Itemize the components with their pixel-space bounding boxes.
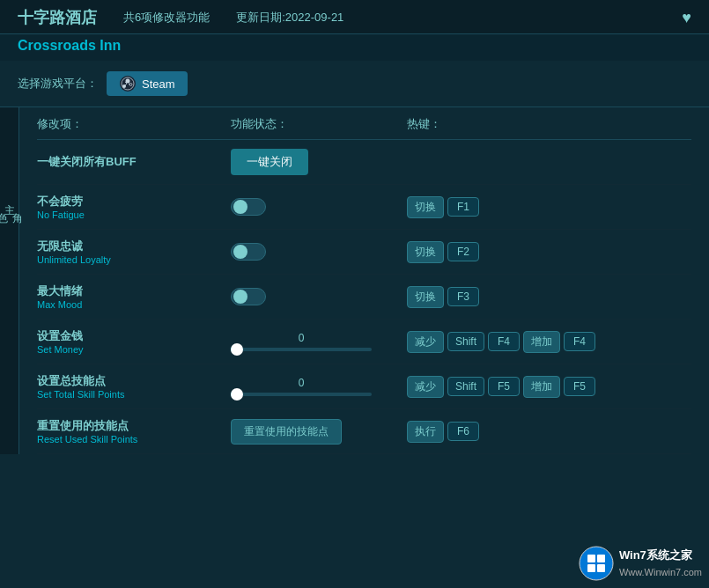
content-area: 修改项： 功能状态： 热键： 一键关闭所有BUFF 一键关闭 不会疲劳 No F…: [19, 107, 709, 454]
hotkey-toggle-btn[interactable]: 切换: [407, 241, 444, 263]
steam-button[interactable]: Steam: [107, 71, 188, 96]
col-hotkey-header: 热键：: [407, 116, 691, 132]
subheader: Crossroads Inn: [0, 34, 709, 61]
hotkey-key-btn[interactable]: F1: [447, 197, 479, 217]
hotkey-toggle-btn[interactable]: 切换: [407, 286, 444, 308]
svg-point-3: [122, 85, 126, 88]
sidebar-label: 主: [2, 195, 17, 197]
mod-name-en: Set Money: [37, 344, 231, 355]
slider-container: 0: [231, 332, 372, 351]
slider-track[interactable]: [231, 393, 372, 396]
hotkey-f-inc-btn[interactable]: F5: [564, 377, 595, 396]
hotkey-exec-btn[interactable]: 执行: [407, 421, 444, 443]
mod-name-en: Unlimited Loyalty: [37, 254, 231, 265]
hotkey-f-dec-btn[interactable]: F5: [488, 377, 520, 396]
mod-name-en: Set Total Skill Points: [37, 389, 231, 400]
hotkey-dec-btn[interactable]: 减少: [407, 331, 444, 353]
watermark-url: Www.Winwin7.com: [619, 567, 702, 577]
hotkey-f-btn[interactable]: F6: [447, 422, 479, 441]
game-title-en: Crossroads Inn: [18, 38, 121, 53]
mod-row: 重置使用的技能点 Reset Used Skill Points 重置使用的技能…: [37, 409, 691, 454]
mod-name-cn: 无限忠诚: [37, 239, 231, 254]
toggle-knob: [233, 290, 247, 304]
sidebar: 主 角色: [0, 107, 19, 454]
hotkey-shift-btn[interactable]: Shift: [447, 377, 484, 396]
hotkey-inc-btn[interactable]: 增加: [523, 376, 560, 398]
svg-point-5: [580, 547, 613, 580]
column-headers: 修改项： 功能状态： 热键：: [37, 107, 691, 140]
slider-track[interactable]: [231, 348, 372, 351]
watermark-logo-icon: [579, 546, 614, 581]
steam-label: Steam: [142, 77, 175, 91]
hotkey-shift-btn[interactable]: Shift: [447, 332, 484, 351]
onekey-button[interactable]: 一键关闭: [231, 149, 308, 175]
platform-section: 选择游戏平台： Steam: [0, 61, 709, 107]
toggle-switch[interactable]: [231, 243, 266, 261]
mod-row: 设置金钱 Set Money 0 减少 Shift F4 增加 F4: [37, 320, 691, 364]
slider-value: 0: [231, 377, 372, 389]
mod-row: 不会疲劳 No Fatigue 切换 F1: [37, 185, 691, 230]
mod-name-cn: 不会疲劳: [37, 194, 231, 209]
watermark: Win7系统之家 Www.Winwin7.com: [579, 546, 702, 581]
onekey-control: 一键关闭: [231, 149, 407, 175]
hotkey-f-dec-btn[interactable]: F4: [488, 332, 520, 351]
toggle-knob: [233, 245, 247, 259]
hotkey-dec-btn[interactable]: 减少: [407, 376, 444, 398]
svg-point-0: [120, 76, 136, 92]
toggle-knob: [233, 200, 247, 214]
onekey-row: 一键关闭所有BUFF 一键关闭: [37, 140, 691, 185]
slider-thumb[interactable]: [231, 388, 243, 401]
mod-name-en: Reset Used Skill Points: [37, 434, 231, 445]
main-layout: 主 角色 修改项： 功能状态： 热键： 一键关闭所有BUFF 一键关闭 不会疲劳…: [0, 107, 709, 454]
mod-name-cn: 设置金钱: [37, 328, 231, 344]
mod-name-cn: 重置使用的技能点: [37, 418, 231, 434]
mod-name-cn: 设置总技能点: [37, 373, 231, 389]
mod-name-cn: 最大情绪: [37, 283, 231, 299]
svg-rect-9: [597, 564, 605, 572]
favorite-icon[interactable]: ♥: [682, 9, 691, 27]
hotkey-inc-btn[interactable]: 增加: [523, 331, 560, 353]
svg-rect-6: [587, 555, 595, 562]
svg-rect-8: [587, 564, 595, 572]
mod-rows-container: 不会疲劳 No Fatigue 切换 F1 无限忠诚 Unlimited Loy…: [37, 185, 691, 454]
toggle-switch[interactable]: [231, 198, 266, 216]
update-date: 更新日期:2022-09-21: [236, 10, 343, 26]
col-status-header: 功能状态：: [231, 116, 407, 132]
game-title-cn: 十字路酒店: [18, 7, 97, 28]
hotkey-toggle-btn[interactable]: 切换: [407, 196, 444, 218]
hotkey-f-inc-btn[interactable]: F4: [564, 332, 595, 351]
toggle-switch[interactable]: [231, 288, 266, 305]
mod-name-en: Max Mood: [37, 299, 231, 310]
slider-container: 0: [231, 377, 372, 396]
header: 十字路酒店 共6项修改器功能 更新日期:2022-09-21 ♥: [0, 0, 709, 34]
mod-row: 最大情绪 Max Mood 切换 F3: [37, 275, 691, 320]
platform-label: 选择游戏平台：: [18, 76, 98, 92]
mod-name-en: No Fatigue: [37, 209, 231, 220]
col-mod-header: 修改项：: [37, 116, 231, 132]
reset-button[interactable]: 重置使用的技能点: [231, 419, 342, 445]
onekey-name: 一键关闭所有BUFF: [37, 154, 231, 170]
steam-logo-icon: [119, 75, 137, 92]
slider-thumb[interactable]: [231, 343, 243, 356]
hotkey-key-btn[interactable]: F2: [447, 242, 479, 261]
mod-count: 共6项修改器功能: [123, 10, 210, 26]
watermark-text: Win7系统之家: [619, 548, 702, 563]
mod-row: 设置总技能点 Set Total Skill Points 0 减少 Shift…: [37, 364, 691, 409]
mod-row: 无限忠诚 Unlimited Loyalty 切换 F2: [37, 230, 691, 275]
svg-rect-7: [597, 555, 605, 562]
slider-value: 0: [231, 332, 372, 344]
hotkey-key-btn[interactable]: F3: [447, 287, 479, 306]
